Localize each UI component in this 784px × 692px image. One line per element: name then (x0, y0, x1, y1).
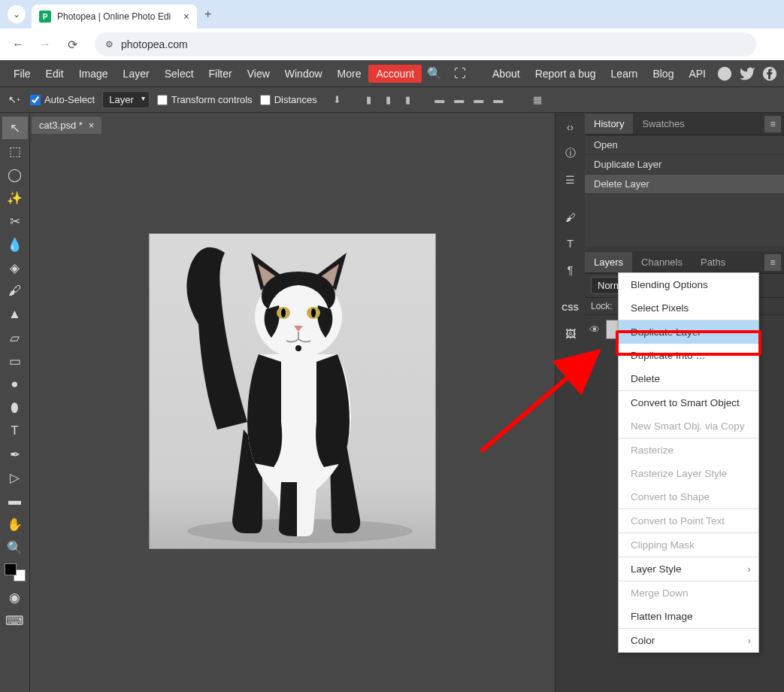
character-icon[interactable]: T (557, 232, 584, 256)
menu-edit[interactable]: Edit (38, 63, 71, 84)
menu-account[interactable]: Account (368, 65, 422, 83)
ctx-item-blending-options[interactable]: Blending Options (619, 273, 758, 296)
menu-api[interactable]: API (681, 63, 713, 84)
auto-select-input[interactable] (30, 95, 41, 105)
path-tool[interactable]: ▷ (2, 466, 28, 489)
brush-tool[interactable]: 🖌 (2, 280, 28, 302)
fullscreen-icon[interactable]: ⛶ (450, 63, 471, 84)
reddit-icon[interactable] (716, 65, 733, 82)
ctx-item-convert-to-smart-object[interactable]: Convert to Smart Object (619, 391, 758, 414)
grid-icon[interactable]: ▦ (529, 93, 546, 108)
back-button[interactable]: ← (6, 32, 30, 56)
ctx-item-delete[interactable]: Delete (619, 367, 758, 390)
move-tool[interactable]: ↖ (2, 117, 28, 139)
info-icon[interactable]: ⓘ (557, 141, 584, 165)
document-tab[interactable]: cat3.psd * × (32, 117, 101, 134)
shape-tool[interactable]: ▬ (2, 490, 28, 512)
adjustments-icon[interactable]: ☰ (557, 168, 584, 192)
facebook-icon[interactable] (761, 65, 778, 82)
quickmask-tool[interactable]: ◉ (2, 586, 28, 609)
canvas-image[interactable] (149, 233, 436, 549)
close-icon[interactable]: × (89, 120, 95, 131)
ctx-item-select-pixels[interactable]: Select Pixels (619, 296, 758, 320)
transform-controls-checkbox[interactable]: Transform controls (157, 94, 253, 105)
menu-view[interactable]: View (240, 63, 277, 84)
history-item-delete[interactable]: Delete Layer (585, 175, 784, 194)
tabs-dropdown-icon[interactable]: ⌄ (8, 5, 26, 23)
new-tab-button[interactable]: + (204, 8, 211, 21)
menu-layer[interactable]: Layer (116, 63, 157, 84)
eraser-tool[interactable]: ▱ (2, 326, 28, 349)
dodge-tool[interactable]: ⬮ (2, 396, 28, 419)
auto-select-checkbox[interactable]: Auto-Select (30, 94, 95, 105)
ctx-item-duplicate-into-[interactable]: Duplicate Into … (619, 344, 758, 367)
css-icon[interactable]: CSS (557, 296, 584, 320)
doc-tab-title: cat3.psd * (39, 120, 83, 131)
transform-input[interactable] (157, 95, 168, 105)
align-left-icon[interactable]: ▮ (361, 93, 377, 108)
align-bottom-icon[interactable]: ▬ (471, 93, 487, 108)
menu-select[interactable]: Select (157, 63, 201, 84)
keyboard-icon[interactable]: ⌨ (2, 609, 28, 632)
foreground-color[interactable] (5, 563, 17, 575)
align-middle-icon[interactable]: ▬ (451, 93, 468, 108)
ctx-item-color[interactable]: Color (619, 629, 758, 652)
menu-filter[interactable]: Filter (201, 63, 240, 84)
history-item-duplicate[interactable]: Duplicate Layer (585, 155, 784, 175)
browser-tab[interactable]: P Photopea | Online Photo Edi × (32, 5, 197, 29)
search-icon[interactable]: 🔍 (424, 63, 445, 84)
tab-channels[interactable]: Channels (632, 252, 692, 272)
paragraph-icon[interactable]: ¶ (557, 258, 584, 282)
heal-tool[interactable]: ◈ (2, 256, 28, 279)
menu-image[interactable]: Image (71, 63, 116, 84)
tab-swatches[interactable]: Swatches (633, 114, 693, 134)
gradient-tool[interactable]: ▭ (2, 350, 28, 372)
history-item-open[interactable]: Open (585, 135, 784, 155)
menu-window[interactable]: Window (277, 63, 330, 84)
ctx-item-layer-style[interactable]: Layer Style (619, 557, 758, 581)
pen-tool[interactable]: ✒ (2, 443, 28, 466)
type-tool[interactable]: T (2, 420, 28, 442)
menu-about[interactable]: About (485, 63, 528, 84)
panel-menu-icon[interactable]: ≡ (764, 116, 781, 132)
forward-button[interactable]: → (33, 32, 57, 56)
zoom-tool[interactable]: 🔍 (2, 536, 28, 559)
tab-history[interactable]: History (585, 114, 633, 134)
marquee-tool[interactable]: ⬚ (2, 140, 28, 162)
site-settings-icon[interactable]: ⚙ (105, 39, 114, 50)
tab-layers[interactable]: Layers (585, 252, 632, 272)
magic-wand-tool[interactable]: ✨ (2, 187, 28, 209)
align-right-icon[interactable]: ▮ (400, 93, 416, 108)
hand-tool[interactable]: ✋ (2, 513, 28, 536)
blur-tool[interactable]: ● (2, 373, 28, 396)
menu-file[interactable]: File (6, 63, 38, 84)
menu-blog[interactable]: Blog (645, 63, 681, 84)
color-swatch[interactable] (5, 563, 26, 581)
distances-input[interactable] (260, 95, 271, 105)
tab-paths[interactable]: Paths (692, 252, 734, 272)
crop-tool[interactable]: ✂ (2, 210, 28, 232)
reload-button[interactable]: ⟳ (60, 32, 84, 56)
menu-more[interactable]: More (330, 63, 369, 84)
download-icon[interactable]: ⬇ (329, 93, 346, 108)
close-icon[interactable]: × (183, 11, 189, 23)
align-center-h-icon[interactable]: ▮ (380, 93, 397, 108)
ctx-item-flatten-image[interactable]: Flatten Image (619, 605, 758, 628)
brush-settings-icon[interactable]: 🖌 (557, 205, 584, 229)
visibility-icon[interactable]: 👁 (588, 323, 601, 335)
url-field[interactable]: ⚙ photopea.com (95, 32, 756, 56)
stamp-tool[interactable]: ▲ (2, 303, 28, 326)
menu-learn[interactable]: Learn (604, 63, 646, 84)
cat-illustration (150, 234, 436, 549)
distances-checkbox[interactable]: Distances (260, 94, 317, 105)
align-top-icon[interactable]: ▬ (431, 93, 448, 108)
layer-dropdown[interactable]: Layer (102, 91, 150, 108)
twitter-icon[interactable] (739, 65, 755, 82)
lasso-tool[interactable]: ◯ (2, 163, 28, 186)
menu-report-bug[interactable]: Report a bug (528, 63, 604, 84)
ctx-item-duplicate-layer[interactable]: Duplicate Layer (619, 320, 758, 344)
eyedropper-tool[interactable]: 💧 (2, 233, 28, 256)
expand-arrows-icon[interactable]: ‹› (557, 115, 584, 139)
panel-menu-icon[interactable]: ≡ (764, 254, 781, 271)
distribute-icon[interactable]: ▬ (490, 93, 507, 108)
